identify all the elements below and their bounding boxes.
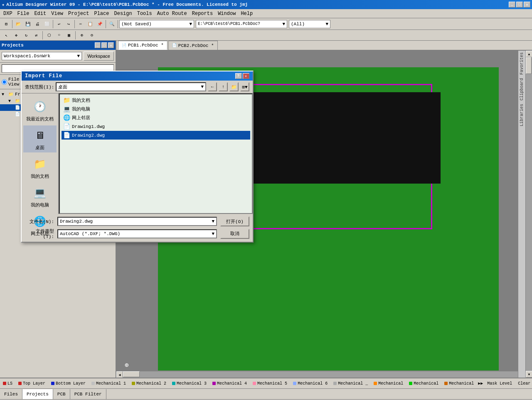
dialog-new-folder-btn[interactable]: 📁 <box>229 82 239 91</box>
footer-row-filetype: 文件类型(T): AutoCAD (*.DXF; *.DWG) ▼ 取消 <box>25 228 249 239</box>
nav-mypc-label: 我的电脑 <box>31 202 49 208</box>
nav-mydocs-icon: 📁 <box>32 156 48 172</box>
dialog-back-btn[interactable]: ← <box>208 82 217 91</box>
nav-mypc-icon: 💻 <box>32 184 48 201</box>
dialog-title-controls: ? ✕ <box>235 73 249 79</box>
look-in-dropdown[interactable]: 桌面 ▼ <box>56 82 206 91</box>
file-drawing1[interactable]: 📄 Drawing1.dwg <box>62 122 250 131</box>
dialog-file-area: 📁 我的文档 💻 我的电脑 🌐 网上邻居 📄 Drawing1.dwg 📄 <box>59 93 253 214</box>
dialog-overlay: Import File ? ✕ 查找范围(I): 桌面 ▼ ← ↑ 📁 ⊞▼ 🕐 <box>0 0 532 400</box>
dialog-view-btn[interactable]: ⊞▼ <box>240 82 249 91</box>
dialog-left-nav: 🕐 我最近的文档 🖥 桌面 📁 我的文档 💻 我的电脑 🌐 网上邻 <box>22 93 59 214</box>
file-mypc[interactable]: 💻 我的电脑 <box>62 105 250 113</box>
dialog-close-btn[interactable]: ✕ <box>243 73 249 79</box>
dialog-body: 🕐 我最近的文档 🖥 桌面 📁 我的文档 💻 我的电脑 🌐 网上邻 <box>22 93 253 214</box>
nav-recent[interactable]: 🕐 我最近的文档 <box>23 97 57 124</box>
file-drawing2[interactable]: 📄 Drawing2.dwg <box>62 131 250 140</box>
filename-label: 文件名(N): <box>25 218 54 225</box>
nav-desktop[interactable]: 🖥 桌面 <box>23 125 57 152</box>
file-mydocs-icon: 📁 <box>63 97 70 104</box>
file-drawing1-icon: 📄 <box>63 123 70 130</box>
nav-desktop-label: 桌面 <box>35 145 44 151</box>
dialog-title-bar: Import File ? ✕ <box>22 71 253 81</box>
look-in-label: 查找范围(I): <box>25 84 54 90</box>
dialog-title: Import File <box>25 73 62 79</box>
file-mypc-icon: 💻 <box>63 106 70 113</box>
nav-mypc[interactable]: 💻 我的电脑 <box>23 183 57 210</box>
nav-mydocs[interactable]: 📁 我的文档 <box>23 154 57 181</box>
nav-recent-label: 我最近的文档 <box>26 116 54 122</box>
dialog-open-btn[interactable]: 打开(O) <box>220 216 249 226</box>
filetype-label: 文件类型(T): <box>25 228 54 239</box>
filename-input[interactable]: Drawing2.dwg ▼ <box>57 217 217 226</box>
filetype-input[interactable]: AutoCAD (*.DXF; *.DWG) ▼ <box>57 229 217 238</box>
footer-row-filename: 文件名(N): Drawing2.dwg ▼ 打开(O) <box>25 216 249 226</box>
nav-recent-icon: 🕐 <box>32 98 48 115</box>
file-network-icon: 🌐 <box>63 114 70 121</box>
file-network[interactable]: 🌐 网上邻居 <box>62 113 250 122</box>
file-drawing2-icon: 📄 <box>63 132 70 139</box>
nav-desktop-icon: 🖥 <box>32 127 48 144</box>
file-mydocs[interactable]: 📁 我的文档 <box>62 96 250 105</box>
dialog-toolbar: 查找范围(I): 桌面 ▼ ← ↑ 📁 ⊞▼ <box>22 81 253 93</box>
dialog-footer: 文件名(N): Drawing2.dwg ▼ 打开(O) 文件类型(T): Au… <box>22 214 253 242</box>
nav-mydocs-label: 我的文档 <box>31 173 49 179</box>
dialog-help-btn[interactable]: ? <box>235 73 242 79</box>
dialog-cancel-btn[interactable]: 取消 <box>220 229 249 239</box>
dialog-up-btn[interactable]: ↑ <box>219 82 228 91</box>
import-file-dialog: Import File ? ✕ 查找范围(I): 桌面 ▼ ← ↑ 📁 ⊞▼ 🕐 <box>21 71 254 243</box>
